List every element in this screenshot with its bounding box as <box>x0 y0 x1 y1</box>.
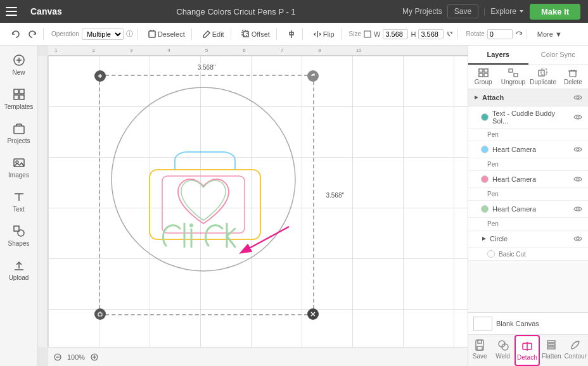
redo-button[interactable] <box>25 28 39 40</box>
blank-canvas-box <box>473 317 492 331</box>
layer-text[interactable]: Text - Cuddle Buddy Sol... <box>468 106 588 129</box>
hamburger-menu[interactable] <box>0 0 23 23</box>
flip-button[interactable]: Flip <box>310 28 337 40</box>
zoom-level: 100% <box>67 353 85 361</box>
flip-label: Flip <box>323 30 335 38</box>
text-layer-sub-label: Pen <box>487 131 499 138</box>
more-button[interactable]: More ▼ <box>535 29 565 39</box>
layer-circle[interactable]: Circle <box>468 230 588 248</box>
canvas-content[interactable]: 3.568" 3.568" <box>48 56 468 347</box>
svg-rect-78 <box>547 344 555 346</box>
text-layer-visibility[interactable] <box>573 112 583 122</box>
design-svg <box>105 81 302 277</box>
handle-bottom-left[interactable] <box>94 308 106 320</box>
svg-rect-52 <box>484 73 488 77</box>
sidebar-item-images[interactable]: Images <box>0 151 37 184</box>
zoom-minus-icon[interactable] <box>53 353 62 362</box>
sidebar-shapes-label: Shapes <box>8 240 30 247</box>
blank-canvas-area: Blank Canvas <box>468 312 588 334</box>
design-area[interactable]: 3.568" 3.568" <box>99 75 314 315</box>
sidebar-projects-label: Projects <box>7 137 30 144</box>
rotate-input[interactable] <box>487 29 513 39</box>
contour-action-button[interactable]: Contour <box>563 335 588 366</box>
toolbar: Operation Multiple ⓘ Deselect Edit Offse… <box>0 23 588 46</box>
height-input[interactable] <box>418 29 444 39</box>
sidebar-item-upload[interactable]: Upload <box>0 253 37 286</box>
attach-visibility[interactable] <box>573 92 583 103</box>
handle-bottom-right[interactable] <box>307 308 319 320</box>
sidebar-item-templates[interactable]: Templates <box>0 82 37 115</box>
heart-camera-2-visibility[interactable] <box>573 174 583 184</box>
svg-rect-18 <box>14 95 18 99</box>
circle-sub-label: Basic Cut <box>499 251 526 258</box>
text-layer-dot <box>481 113 489 121</box>
heart-camera-3-name: Heart Camera <box>492 205 573 213</box>
operation-label: Operation <box>51 30 79 37</box>
ruler-left <box>38 56 48 347</box>
deselect-button[interactable]: Deselect <box>145 28 188 40</box>
sidebar-item-projects[interactable]: Projects <box>0 117 37 149</box>
dimension-right: 3.568" <box>324 191 346 199</box>
handle-top-right[interactable] <box>307 70 319 82</box>
svg-rect-72 <box>477 346 482 350</box>
ungroup-button[interactable]: Ungroup <box>498 65 528 89</box>
svg-point-65 <box>577 148 579 151</box>
heart-camera-2-sub-label: Pen <box>487 191 499 198</box>
left-sidebar: New Templates Projects Images Text Shape… <box>0 46 38 366</box>
toolbar-align <box>281 28 303 40</box>
sidebar-item-new[interactable]: New <box>0 48 37 81</box>
layer-heart-camera-3[interactable]: Heart Camera <box>468 201 588 218</box>
detach-action-button[interactable]: Detach <box>514 335 540 366</box>
heart-camera-1-name: Heart Camera <box>492 146 573 153</box>
toolbar-more: More ▼ <box>531 29 568 39</box>
circle-chevron-icon <box>481 236 487 242</box>
tab-color-sync[interactable]: Color Sync <box>528 46 589 65</box>
canvas-footer: 100% <box>48 347 468 366</box>
operation-select[interactable]: Multiple <box>82 28 124 40</box>
sidebar-templates-label: Templates <box>4 103 34 110</box>
w-label: W <box>374 30 380 38</box>
undo-button[interactable] <box>9 28 23 40</box>
svg-rect-19 <box>20 95 24 99</box>
circle-visibility[interactable] <box>573 234 583 244</box>
svg-marker-3 <box>520 10 523 13</box>
canvas-area[interactable]: 1 2 3 4 5 6 7 8 10 <box>38 46 468 366</box>
save-action-button[interactable]: Save <box>468 335 491 366</box>
text-layer-name: Text - Cuddle Buddy Sol... <box>492 110 573 125</box>
heart-camera-1-visibility[interactable] <box>573 144 583 155</box>
tab-layers[interactable]: Layers <box>468 46 528 65</box>
edit-button[interactable]: Edit <box>200 28 227 40</box>
svg-rect-16 <box>14 89 18 94</box>
my-projects-link[interactable]: My Projects <box>402 7 442 16</box>
toolbar-deselect: Deselect <box>141 28 192 40</box>
make-it-button[interactable]: Make It <box>530 4 580 20</box>
sidebar-item-text[interactable]: Text <box>0 185 37 218</box>
align-button[interactable] <box>284 28 298 40</box>
explore-button[interactable]: Explore <box>490 7 525 16</box>
sidebar-item-shapes[interactable]: Shapes <box>0 219 37 252</box>
offset-button[interactable]: Offset <box>239 28 272 40</box>
delete-button[interactable]: Delete <box>558 65 588 89</box>
attach-group-header[interactable]: Attach <box>468 89 588 106</box>
flatten-action-button[interactable]: Flatten <box>540 335 563 366</box>
heart-camera-3-visibility[interactable] <box>573 204 583 214</box>
layer-heart-camera-1[interactable]: Heart Camera <box>468 141 588 158</box>
sidebar-new-label: New <box>12 69 25 76</box>
layer-heart-camera-2[interactable]: Heart Camera <box>468 171 588 188</box>
group-button[interactable]: Group <box>468 65 498 89</box>
toolbar-undo-redo <box>5 28 44 40</box>
heart-camera-3-sub-label: Pen <box>487 220 499 227</box>
width-input[interactable] <box>383 29 408 39</box>
duplicate-button[interactable]: Duplicate <box>528 65 558 89</box>
heart-camera-3-dot <box>481 205 489 213</box>
toolbar-operation: Operation Multiple ⓘ <box>48 28 137 40</box>
zoom-plus-icon[interactable] <box>90 353 99 362</box>
handle-top-left[interactable] <box>94 70 106 82</box>
heart-camera-2-sub: Pen <box>468 188 588 201</box>
weld-action-button[interactable]: Weld <box>491 335 514 366</box>
svg-rect-8 <box>242 30 247 35</box>
size-label: Size <box>349 30 361 37</box>
svg-marker-62 <box>475 96 478 99</box>
save-button[interactable]: Save <box>447 4 478 18</box>
circle-sub: Basic Cut <box>468 248 588 261</box>
